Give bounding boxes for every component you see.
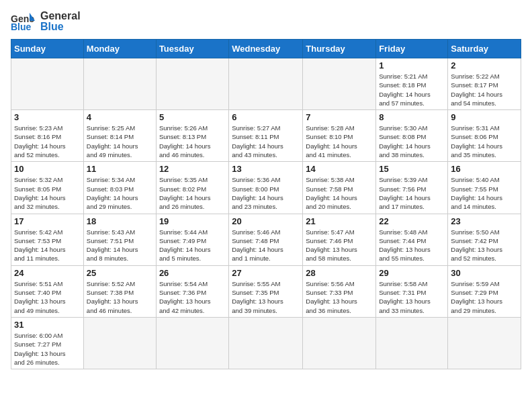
- calendar-cell: 10Sunrise: 5:32 AM Sunset: 8:05 PM Dayli…: [11, 162, 84, 214]
- day-info: Sunrise: 5:43 AM Sunset: 7:51 PM Dayligh…: [87, 228, 153, 263]
- day-number: 12: [159, 164, 226, 174]
- day-number: 2: [451, 60, 518, 71]
- calendar-table: SundayMondayTuesdayWednesdayThursdayFrid…: [11, 39, 521, 369]
- day-info: Sunrise: 5:52 AM Sunset: 7:38 PM Dayligh…: [87, 279, 153, 315]
- calendar-row-4: 17Sunrise: 5:42 AM Sunset: 7:53 PM Dayli…: [11, 214, 521, 265]
- day-info: Sunrise: 5:38 AM Sunset: 7:58 PM Dayligh…: [306, 175, 373, 211]
- day-number: 5: [159, 112, 226, 122]
- day-info: Sunrise: 5:50 AM Sunset: 7:42 PM Dayligh…: [451, 228, 518, 263]
- day-number: 26: [159, 268, 226, 278]
- calendar-row-2: 3Sunrise: 5:23 AM Sunset: 8:16 PM Daylig…: [11, 110, 521, 162]
- calendar-cell: [229, 317, 303, 369]
- day-number: 27: [232, 268, 300, 278]
- weekday-header-tuesday: Tuesday: [156, 40, 228, 58]
- day-info: Sunrise: 5:27 AM Sunset: 8:11 PM Dayligh…: [232, 124, 300, 159]
- weekday-header-monday: Monday: [83, 40, 156, 58]
- day-info: Sunrise: 5:42 AM Sunset: 7:53 PM Dayligh…: [14, 228, 81, 263]
- day-info: Sunrise: 5:59 AM Sunset: 7:29 PM Dayligh…: [451, 279, 518, 315]
- calendar-cell: 8Sunrise: 5:30 AM Sunset: 8:08 PM Daylig…: [376, 110, 448, 162]
- calendar-cell: 23Sunrise: 5:50 AM Sunset: 7:42 PM Dayli…: [448, 214, 521, 265]
- day-number: 29: [379, 268, 445, 278]
- day-info: Sunrise: 5:30 AM Sunset: 8:08 PM Dayligh…: [379, 124, 445, 159]
- day-info: Sunrise: 5:22 AM Sunset: 8:17 PM Dayligh…: [451, 72, 518, 107]
- logo-svg: General Blue: [11, 11, 35, 32]
- day-info: Sunrise: 5:23 AM Sunset: 8:16 PM Dayligh…: [14, 124, 81, 159]
- day-number: 24: [14, 268, 81, 278]
- calendar-cell: 5Sunrise: 5:26 AM Sunset: 8:13 PM Daylig…: [156, 110, 228, 162]
- day-number: 28: [306, 268, 373, 278]
- day-info: Sunrise: 5:39 AM Sunset: 7:56 PM Dayligh…: [379, 175, 445, 211]
- calendar-cell: 11Sunrise: 5:34 AM Sunset: 8:03 PM Dayli…: [83, 162, 156, 214]
- day-info: Sunrise: 5:51 AM Sunset: 7:40 PM Dayligh…: [14, 279, 81, 315]
- weekday-header-friday: Friday: [376, 40, 448, 58]
- day-number: 19: [159, 216, 226, 226]
- day-number: 16: [451, 164, 518, 174]
- calendar-row-5: 24Sunrise: 5:51 AM Sunset: 7:40 PM Dayli…: [11, 265, 521, 317]
- calendar-cell: [11, 58, 84, 110]
- day-number: 10: [14, 164, 81, 174]
- calendar-cell: 21Sunrise: 5:47 AM Sunset: 7:46 PM Dayli…: [303, 214, 376, 265]
- day-info: Sunrise: 5:47 AM Sunset: 7:46 PM Dayligh…: [306, 228, 373, 263]
- calendar-cell: [156, 317, 228, 369]
- day-number: 23: [451, 216, 518, 226]
- logo-general: General: [40, 11, 81, 21]
- logo: General Blue General Blue: [11, 11, 81, 32]
- weekday-header-row: SundayMondayTuesdayWednesdayThursdayFrid…: [11, 40, 521, 58]
- day-info: Sunrise: 5:25 AM Sunset: 8:14 PM Dayligh…: [87, 124, 153, 159]
- calendar-cell: 28Sunrise: 5:56 AM Sunset: 7:33 PM Dayli…: [303, 265, 376, 317]
- day-number: 20: [232, 216, 300, 226]
- calendar-cell: 15Sunrise: 5:39 AM Sunset: 7:56 PM Dayli…: [376, 162, 448, 214]
- weekday-header-thursday: Thursday: [303, 40, 376, 58]
- day-number: 18: [87, 216, 153, 226]
- calendar-cell: [448, 317, 521, 369]
- calendar-cell: 22Sunrise: 5:48 AM Sunset: 7:44 PM Dayli…: [376, 214, 448, 265]
- day-info: Sunrise: 5:28 AM Sunset: 8:10 PM Dayligh…: [306, 124, 373, 159]
- day-info: Sunrise: 6:00 AM Sunset: 7:27 PM Dayligh…: [14, 331, 81, 367]
- calendar-cell: 14Sunrise: 5:38 AM Sunset: 7:58 PM Dayli…: [303, 162, 376, 214]
- day-info: Sunrise: 5:31 AM Sunset: 8:06 PM Dayligh…: [451, 124, 518, 159]
- day-number: 11: [87, 164, 153, 174]
- calendar-cell: [83, 58, 156, 110]
- day-number: 9: [451, 112, 518, 122]
- day-info: Sunrise: 5:40 AM Sunset: 7:55 PM Dayligh…: [451, 175, 518, 211]
- day-info: Sunrise: 5:32 AM Sunset: 8:05 PM Dayligh…: [14, 175, 81, 211]
- day-number: 15: [379, 164, 445, 174]
- svg-text:Blue: Blue: [11, 21, 32, 32]
- day-number: 13: [232, 164, 300, 174]
- day-info: Sunrise: 5:55 AM Sunset: 7:35 PM Dayligh…: [232, 279, 300, 315]
- day-number: 4: [87, 112, 153, 122]
- day-info: Sunrise: 5:58 AM Sunset: 7:31 PM Dayligh…: [379, 279, 445, 315]
- day-number: 17: [14, 216, 81, 226]
- day-number: 30: [451, 268, 518, 278]
- day-number: 22: [379, 216, 445, 226]
- day-info: Sunrise: 5:21 AM Sunset: 8:18 PM Dayligh…: [379, 72, 445, 107]
- calendar-cell: [376, 317, 448, 369]
- day-number: 1: [379, 60, 445, 71]
- day-number: 31: [14, 320, 81, 330]
- calendar-cell: 6Sunrise: 5:27 AM Sunset: 8:11 PM Daylig…: [229, 110, 303, 162]
- calendar-cell: [83, 317, 156, 369]
- day-info: Sunrise: 5:54 AM Sunset: 7:36 PM Dayligh…: [159, 279, 226, 315]
- day-number: 3: [14, 112, 81, 122]
- header: General Blue General Blue: [11, 11, 521, 32]
- day-info: Sunrise: 5:44 AM Sunset: 7:49 PM Dayligh…: [159, 228, 226, 263]
- calendar-cell: 3Sunrise: 5:23 AM Sunset: 8:16 PM Daylig…: [11, 110, 84, 162]
- calendar-cell: 7Sunrise: 5:28 AM Sunset: 8:10 PM Daylig…: [303, 110, 376, 162]
- calendar-cell: 17Sunrise: 5:42 AM Sunset: 7:53 PM Dayli…: [11, 214, 84, 265]
- day-number: 25: [87, 268, 153, 278]
- calendar-cell: 9Sunrise: 5:31 AM Sunset: 8:06 PM Daylig…: [448, 110, 521, 162]
- day-info: Sunrise: 5:48 AM Sunset: 7:44 PM Dayligh…: [379, 228, 445, 263]
- day-info: Sunrise: 5:46 AM Sunset: 7:48 PM Dayligh…: [232, 228, 300, 263]
- day-number: 8: [379, 112, 445, 122]
- day-number: 7: [306, 112, 373, 122]
- calendar-cell: 20Sunrise: 5:46 AM Sunset: 7:48 PM Dayli…: [229, 214, 303, 265]
- calendar-cell: [156, 58, 228, 110]
- day-info: Sunrise: 5:34 AM Sunset: 8:03 PM Dayligh…: [87, 175, 153, 211]
- calendar-cell: 4Sunrise: 5:25 AM Sunset: 8:14 PM Daylig…: [83, 110, 156, 162]
- day-number: 6: [232, 112, 300, 122]
- day-info: Sunrise: 5:36 AM Sunset: 8:00 PM Dayligh…: [232, 175, 300, 211]
- weekday-header-sunday: Sunday: [11, 40, 84, 58]
- day-info: Sunrise: 5:56 AM Sunset: 7:33 PM Dayligh…: [306, 279, 373, 315]
- calendar-cell: 26Sunrise: 5:54 AM Sunset: 7:36 PM Dayli…: [156, 265, 228, 317]
- calendar-cell: 27Sunrise: 5:55 AM Sunset: 7:35 PM Dayli…: [229, 265, 303, 317]
